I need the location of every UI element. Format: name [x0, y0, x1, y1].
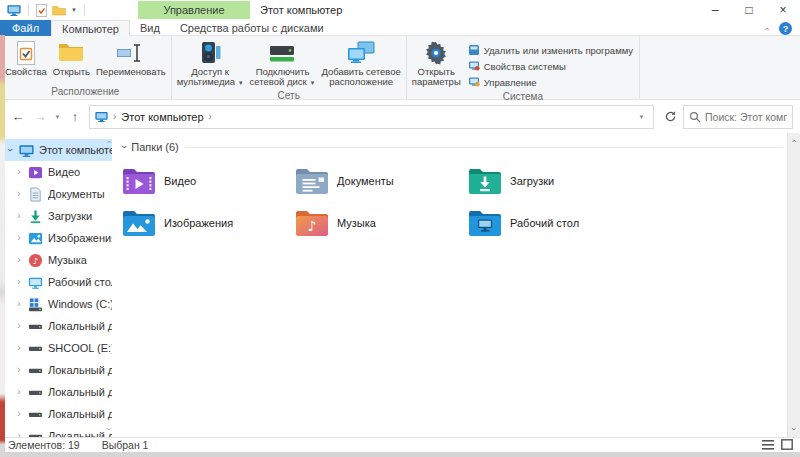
properties-icon[interactable]: [36, 4, 47, 17]
sidebar-item-local-disk[interactable]: › Локальный дис: [0, 315, 112, 337]
sidebar-item-music[interactable]: › ♪ Музыка: [0, 249, 112, 271]
collapsed-chevron-icon[interactable]: ›: [15, 321, 23, 331]
sidebar-item-windows-c[interactable]: › Windows (C:): [0, 293, 112, 315]
sidebar-item-desktop[interactable]: › Рабочий стол: [0, 271, 112, 293]
back-button[interactable]: ←: [7, 109, 29, 124]
collapsed-chevron-icon[interactable]: ›: [15, 277, 23, 287]
toolbar-separator: [84, 4, 85, 16]
sidebar-item-videos[interactable]: › Видео: [0, 161, 112, 183]
sidebar-item-pictures[interactable]: › Изображения: [0, 227, 112, 249]
vertical-scrollbar[interactable]: › ›: [787, 133, 800, 437]
search-icon: [689, 111, 701, 123]
up-button[interactable]: ↑: [64, 109, 86, 124]
video-folder-icon: [122, 167, 156, 195]
computer-management-button[interactable]: Управление: [464, 74, 637, 90]
address-bar[interactable]: › Этот компьютер › ▼: [89, 105, 654, 129]
forward-button[interactable]: →: [29, 109, 51, 124]
folder-tile-videos[interactable]: Видео: [122, 163, 295, 199]
collapsed-chevron-icon[interactable]: ›: [15, 409, 23, 419]
system-monitor-icon: [468, 60, 480, 72]
downloads-folder-icon: [468, 167, 502, 195]
expanded-chevron-icon[interactable]: ›: [5, 146, 15, 154]
maximize-button[interactable]: □: [732, 0, 766, 20]
collapsed-chevron-icon[interactable]: ›: [15, 233, 23, 243]
customize-toolbar-dropdown-icon[interactable]: ▼: [71, 7, 77, 13]
scroll-up-icon[interactable]: ›: [789, 135, 799, 147]
music-folder-icon: ♪: [295, 209, 329, 237]
open-settings-button[interactable]: Открыть параметры: [409, 38, 464, 88]
history-dropdown-icon[interactable]: ▼: [51, 114, 64, 120]
folder-tile-desktop[interactable]: Рабочий стол: [468, 205, 641, 241]
folder-tile-downloads[interactable]: Загрузки: [468, 163, 641, 199]
collapsed-chevron-icon[interactable]: ›: [15, 299, 23, 309]
open-button[interactable]: Открыть: [50, 38, 93, 78]
tab-computer[interactable]: Компьютер: [51, 20, 130, 36]
sidebar-item-shcool-e[interactable]: › SHCOOL (E:): [0, 337, 112, 359]
explorer-window: ▼ Управление Этот компьютер – □ × Файл К…: [0, 0, 800, 457]
window-title: Этот компьютер: [260, 4, 342, 16]
refresh-button[interactable]: [657, 110, 683, 123]
uninstall-program-button[interactable]: Удалить или изменить программу: [464, 42, 637, 58]
drive-icon: [28, 341, 43, 356]
rename-icon: [116, 39, 146, 67]
management-monitor-icon: [468, 76, 480, 88]
ribbon-tab-bar: Файл Компьютер Вид Средства работы с дис…: [0, 20, 800, 36]
documents-icon: [28, 187, 43, 202]
tab-file[interactable]: Файл: [0, 20, 51, 36]
folders-grid: Видео Документы Загрузки: [122, 163, 783, 241]
sidebar-item-local-disk[interactable]: › Локальный дис: [0, 381, 112, 403]
system-properties-button[interactable]: Свойства системы: [464, 58, 637, 74]
folder-tile-pictures[interactable]: Изображения: [122, 205, 295, 241]
collapsed-chevron-icon[interactable]: ›: [15, 387, 23, 397]
documents-folder-icon: [295, 167, 329, 195]
map-network-drive-button[interactable]: Подключить сетевой диск ▼: [247, 38, 319, 89]
content-area: › Этот компьютер › Видео › Документы: [0, 133, 800, 437]
program-icon: [468, 44, 480, 56]
sidebar-item-local-disk[interactable]: › Локальный дис: [0, 403, 112, 425]
drive-icon: [28, 429, 43, 438]
add-network-location-button[interactable]: Добавить сетевое расположение: [318, 38, 403, 88]
collapsed-chevron-icon[interactable]: ›: [15, 211, 23, 221]
help-icon[interactable]: ?: [779, 22, 792, 35]
close-button[interactable]: ×: [766, 0, 800, 20]
folders-group-header[interactable]: › Папки (6): [122, 141, 783, 153]
group-collapse-chevron-icon[interactable]: ›: [119, 145, 129, 148]
collapsed-chevron-icon[interactable]: ›: [15, 167, 23, 177]
tab-disk-tools[interactable]: Средства работы с дисками: [170, 20, 334, 36]
tab-view[interactable]: Вид: [130, 20, 170, 36]
gear-icon: [423, 39, 449, 67]
ribbon: Свойства Открыть Переименовать Расположе…: [0, 36, 800, 100]
folder-tile-documents[interactable]: Документы: [295, 163, 468, 199]
new-folder-icon[interactable]: [52, 5, 66, 16]
collapsed-chevron-icon[interactable]: ›: [15, 189, 23, 199]
collapse-ribbon-icon[interactable]: ›: [761, 27, 771, 30]
network-drive-icon: [268, 39, 296, 67]
sidebar-item-this-pc[interactable]: › Этот компьютер: [0, 139, 112, 161]
minimize-button[interactable]: –: [698, 0, 732, 20]
sidebar-scroll-down-icon[interactable]: ›: [104, 428, 113, 431]
thumbnails-view-button[interactable]: [781, 439, 793, 450]
search-box[interactable]: [683, 105, 793, 129]
sidebar-item-downloads[interactable]: › Загрузки: [0, 205, 112, 227]
breadcrumb-chevron-icon[interactable]: ›: [113, 111, 116, 122]
sidebar-item-documents[interactable]: › Документы: [0, 183, 112, 205]
properties-button[interactable]: Свойства: [2, 38, 50, 78]
drive-icon: [28, 407, 43, 422]
details-view-button[interactable]: [762, 440, 774, 450]
sidebar-scroll-up-icon[interactable]: ›: [104, 141, 113, 144]
breadcrumb-root[interactable]: Этот компьютер: [121, 111, 203, 123]
scroll-down-icon[interactable]: ›: [789, 423, 799, 435]
address-dropdown-icon[interactable]: ▼: [635, 114, 648, 120]
collapsed-chevron-icon[interactable]: ›: [15, 255, 23, 265]
sidebar-item-local-disk[interactable]: › Локальный дис: [0, 359, 112, 381]
media-access-button[interactable]: Доступ к мультимедиа ▼: [174, 38, 247, 89]
sidebar-item-local-disk[interactable]: › Локальный дис: [0, 425, 112, 437]
media-server-icon: [197, 39, 223, 67]
search-input[interactable]: [705, 111, 787, 123]
collapsed-chevron-icon[interactable]: ›: [15, 365, 23, 375]
rename-button[interactable]: Переименовать: [93, 38, 169, 78]
breadcrumb-chevron-icon[interactable]: ›: [209, 111, 212, 122]
ribbon-group-location: Свойства Открыть Переименовать Расположе…: [0, 36, 172, 99]
collapsed-chevron-icon[interactable]: ›: [15, 343, 23, 353]
folder-tile-music[interactable]: ♪ Музыка: [295, 205, 468, 241]
